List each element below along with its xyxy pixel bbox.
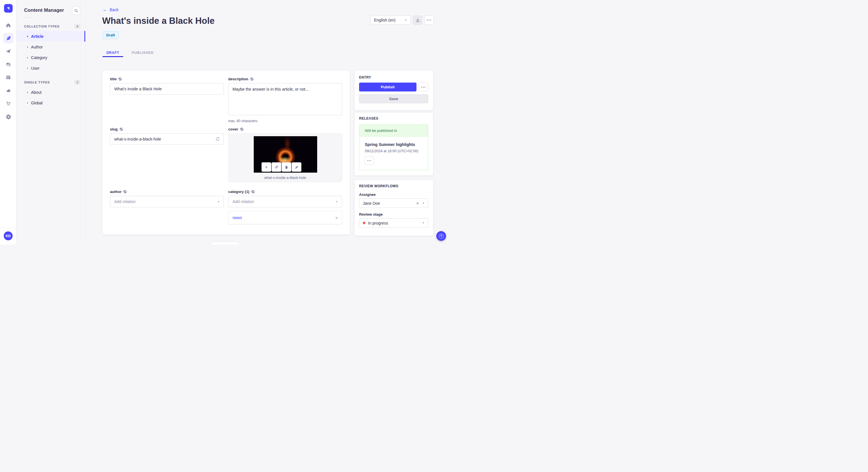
description-hint: max. 80 characters [228, 119, 342, 123]
trash-icon [284, 165, 288, 169]
cover-add-button[interactable]: + [261, 162, 271, 172]
single-types-count-badge: 2 [74, 80, 81, 85]
cover-filename: what-s-inside-a-black-hole [228, 176, 342, 180]
localized-globe-icon [118, 77, 122, 81]
entry-panel: ENTRY Publish ··· Save [354, 71, 433, 110]
avatar-initials: KD [6, 234, 11, 238]
review-workflows-panel: REVIEW WORKFLOWS Assignee Jane Doe × ▼ R… [354, 180, 433, 236]
sidebar-item-label: User [31, 66, 40, 71]
sidebar-item-label: Article [31, 34, 43, 39]
localized-globe-icon [251, 190, 255, 194]
bullet-icon [27, 46, 28, 47]
category-field-label: category (1) [228, 190, 249, 194]
bullet-icon [27, 36, 28, 37]
remove-relation-button[interactable]: × [335, 215, 338, 220]
search-icon [74, 9, 79, 13]
sidebar-item-category[interactable]: Category [17, 52, 85, 63]
collection-types-section: COLLECTION TYPES 4 Article Author Catego… [17, 24, 85, 73]
locale-select-value: English (en) [374, 18, 396, 22]
collection-types-count-badge: 4 [74, 24, 81, 29]
bullet-icon [27, 68, 28, 69]
release-more-button[interactable]: ··· [365, 156, 374, 165]
tab-published[interactable]: PUBLISHED [128, 49, 157, 57]
nav-cloud[interactable] [3, 86, 13, 96]
plus-icon: + [265, 165, 268, 170]
bullet-icon [27, 92, 28, 93]
nav-marketplace[interactable] [3, 98, 13, 109]
next-section-peek [210, 242, 240, 245]
feather-icon [5, 35, 11, 41]
cover-copy-link-button[interactable] [272, 162, 281, 172]
sidebar-item-about[interactable]: About [17, 87, 85, 98]
download-icon [415, 18, 420, 22]
sidebar-item-label: Category [31, 55, 48, 60]
single-types-section: SINGLE TYPES 2 About Global [17, 80, 85, 108]
release-title: Spring Summer highlights [365, 142, 423, 147]
cloud-icon [5, 88, 11, 94]
help-icon: ? [439, 234, 444, 239]
sidebar-item-article[interactable]: Article [17, 31, 85, 42]
category-relation-item: news × [228, 211, 342, 224]
nav-home[interactable] [3, 20, 13, 30]
subnav-divider [24, 17, 30, 18]
chevron-down-icon: ▼ [405, 19, 407, 22]
cover-delete-button[interactable] [282, 162, 291, 172]
entry-more-button[interactable]: ··· [419, 82, 428, 92]
locale-select[interactable]: English (en) ▼ [370, 15, 411, 25]
nav-content-type-builder[interactable] [3, 72, 13, 82]
nav-settings[interactable] [3, 111, 13, 122]
relation-news-link[interactable]: news [232, 215, 242, 220]
tab-draft[interactable]: DRAFT [102, 49, 123, 57]
rail-divider [0, 228, 16, 228]
author-relation-combobox[interactable]: Add relation ▼ [110, 196, 224, 207]
home-icon [5, 22, 11, 28]
sidebar-item-global[interactable]: Global [17, 98, 85, 108]
help-button[interactable]: ? [436, 231, 446, 241]
category-relation-combobox[interactable]: Add relation ▼ [228, 196, 342, 207]
publish-button[interactable]: Publish [359, 82, 416, 92]
back-arrow-icon: ← [103, 7, 107, 12]
strapi-logo[interactable] [4, 4, 12, 12]
export-button[interactable] [413, 15, 422, 25]
nav-deploy[interactable] [3, 46, 13, 57]
clear-assignee-icon[interactable]: × [416, 201, 419, 206]
release-card: Will be published in Spring Summer highl… [359, 125, 428, 170]
assignee-combobox[interactable]: Jane Doe × ▼ [359, 198, 428, 208]
save-button[interactable]: Save [359, 94, 428, 103]
review-stage-label: Review stage [359, 212, 429, 216]
main-nav-rail: KD [0, 0, 17, 245]
localized-globe-icon [123, 190, 127, 194]
localized-globe-icon [240, 127, 244, 131]
assignee-value: Jane Doe [363, 201, 416, 206]
nav-content-manager[interactable] [3, 33, 13, 43]
media-library-icon [5, 62, 11, 67]
sidebar-item-label: Global [31, 101, 42, 105]
collection-types-heading: COLLECTION TYPES [24, 25, 59, 28]
strapi-logo-icon [6, 6, 11, 11]
cover-edit-button[interactable] [291, 162, 301, 172]
slug-input[interactable] [110, 133, 224, 145]
cover-field-label: cover [228, 127, 238, 131]
single-types-heading: SINGLE TYPES [24, 80, 50, 84]
layout-icon [5, 74, 11, 80]
title-input[interactable] [110, 83, 224, 95]
sidebar-item-author[interactable]: Author [17, 42, 85, 52]
title-field-label: title [110, 77, 117, 81]
description-textarea[interactable]: Maybe the answer is in this article, or … [228, 83, 342, 115]
subnav-title: Content Manager [24, 7, 80, 13]
regenerate-slug-button[interactable] [214, 136, 221, 142]
cover-asset-panel: + [228, 133, 342, 182]
sidebar-item-user[interactable]: User [17, 63, 85, 73]
subnav-search-button[interactable] [72, 7, 81, 15]
category-relation-placeholder: Add relation [232, 199, 254, 204]
content-manager-subnav: Content Manager COLLECTION TYPES 4 Artic… [17, 0, 86, 245]
back-link[interactable]: ← Back [103, 7, 119, 12]
header-more-button[interactable]: ··· [425, 15, 434, 25]
user-avatar[interactable]: KD [4, 231, 12, 240]
page-title: What's inside a Black Hole [102, 16, 215, 26]
review-stage-combobox[interactable]: In progress ▼ [359, 218, 428, 228]
sidebar-item-label: Author [31, 45, 43, 49]
settings-gear-icon [5, 114, 11, 120]
entry-panel-heading: ENTRY [359, 75, 429, 79]
nav-media-library[interactable] [3, 59, 13, 70]
